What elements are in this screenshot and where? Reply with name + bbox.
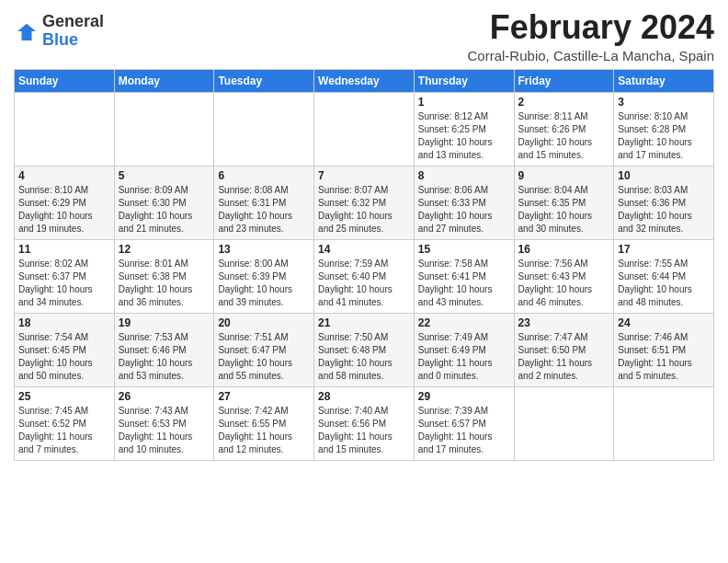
day-info: Sunrise: 8:06 AM Sunset: 6:33 PM Dayligh… bbox=[418, 184, 510, 236]
weekday-header-cell: Saturday bbox=[614, 69, 714, 92]
day-number: 1 bbox=[418, 96, 510, 109]
day-info: Sunrise: 7:50 AM Sunset: 6:48 PM Dayligh… bbox=[318, 331, 410, 383]
day-number: 6 bbox=[218, 169, 310, 182]
day-info: Sunrise: 8:04 AM Sunset: 6:35 PM Dayligh… bbox=[518, 184, 610, 236]
day-info: Sunrise: 8:11 AM Sunset: 6:26 PM Dayligh… bbox=[518, 110, 610, 162]
calendar-cell: 1Sunrise: 8:12 AM Sunset: 6:25 PM Daylig… bbox=[414, 92, 514, 166]
day-number: 5 bbox=[119, 169, 210, 182]
calendar-cell bbox=[314, 92, 415, 166]
calendar-cell: 15Sunrise: 7:58 AM Sunset: 6:41 PM Dayli… bbox=[414, 239, 514, 313]
day-info: Sunrise: 8:01 AM Sunset: 6:38 PM Dayligh… bbox=[119, 258, 210, 309]
weekday-header-cell: Friday bbox=[514, 69, 614, 92]
day-number: 3 bbox=[618, 96, 710, 109]
day-number: 10 bbox=[618, 169, 710, 182]
weekday-header-cell: Wednesday bbox=[314, 69, 415, 92]
day-info: Sunrise: 7:42 AM Sunset: 6:55 PM Dayligh… bbox=[218, 405, 310, 456]
calendar-cell: 14Sunrise: 7:59 AM Sunset: 6:40 PM Dayli… bbox=[314, 239, 415, 313]
calendar-cell: 16Sunrise: 7:56 AM Sunset: 6:43 PM Dayli… bbox=[514, 239, 614, 313]
day-info: Sunrise: 7:59 AM Sunset: 6:40 PM Dayligh… bbox=[318, 258, 410, 309]
day-number: 25 bbox=[18, 390, 110, 403]
day-number: 21 bbox=[318, 316, 410, 329]
day-info: Sunrise: 7:46 AM Sunset: 6:51 PM Dayligh… bbox=[618, 331, 710, 383]
day-number: 24 bbox=[618, 316, 710, 329]
calendar-cell: 12Sunrise: 8:01 AM Sunset: 6:38 PM Dayli… bbox=[114, 239, 214, 313]
calendar-cell bbox=[514, 386, 614, 460]
weekday-header-row: SundayMondayTuesdayWednesdayThursdayFrid… bbox=[15, 69, 714, 92]
day-info: Sunrise: 7:58 AM Sunset: 6:41 PM Dayligh… bbox=[418, 258, 510, 309]
calendar-cell: 20Sunrise: 7:51 AM Sunset: 6:47 PM Dayli… bbox=[214, 313, 314, 386]
day-number: 14 bbox=[318, 243, 410, 256]
day-number: 7 bbox=[318, 169, 410, 182]
calendar-cell bbox=[614, 386, 714, 460]
calendar-cell: 28Sunrise: 7:40 AM Sunset: 6:56 PM Dayli… bbox=[314, 386, 415, 460]
calendar-cell: 24Sunrise: 7:46 AM Sunset: 6:51 PM Dayli… bbox=[614, 313, 714, 386]
day-number: 23 bbox=[518, 316, 610, 329]
day-number: 17 bbox=[618, 243, 710, 256]
calendar-cell: 5Sunrise: 8:09 AM Sunset: 6:30 PM Daylig… bbox=[114, 166, 214, 239]
logo-blue-text: Blue bbox=[42, 31, 104, 50]
calendar-cell: 13Sunrise: 8:00 AM Sunset: 6:39 PM Dayli… bbox=[214, 239, 314, 313]
calendar-cell: 29Sunrise: 7:39 AM Sunset: 6:57 PM Dayli… bbox=[414, 386, 514, 460]
calendar-cell: 3Sunrise: 8:10 AM Sunset: 6:28 PM Daylig… bbox=[614, 92, 714, 166]
calendar-cell: 22Sunrise: 7:49 AM Sunset: 6:49 PM Dayli… bbox=[414, 313, 514, 386]
day-info: Sunrise: 8:10 AM Sunset: 6:29 PM Dayligh… bbox=[18, 184, 110, 236]
calendar-cell: 18Sunrise: 7:54 AM Sunset: 6:45 PM Dayli… bbox=[15, 313, 115, 386]
day-number: 19 bbox=[119, 316, 210, 329]
day-info: Sunrise: 7:55 AM Sunset: 6:44 PM Dayligh… bbox=[618, 258, 710, 309]
calendar-cell: 21Sunrise: 7:50 AM Sunset: 6:48 PM Dayli… bbox=[314, 313, 415, 386]
day-number: 27 bbox=[218, 390, 310, 403]
day-info: Sunrise: 7:53 AM Sunset: 6:46 PM Dayligh… bbox=[119, 331, 210, 383]
svg-marker-0 bbox=[17, 24, 36, 40]
day-info: Sunrise: 8:00 AM Sunset: 6:39 PM Dayligh… bbox=[218, 258, 310, 309]
day-info: Sunrise: 7:49 AM Sunset: 6:49 PM Dayligh… bbox=[418, 331, 510, 383]
calendar-cell: 17Sunrise: 7:55 AM Sunset: 6:44 PM Dayli… bbox=[614, 239, 714, 313]
month-title: February 2024 bbox=[468, 9, 714, 46]
calendar-cell: 25Sunrise: 7:45 AM Sunset: 6:52 PM Dayli… bbox=[15, 386, 115, 460]
day-info: Sunrise: 8:10 AM Sunset: 6:28 PM Dayligh… bbox=[618, 110, 710, 162]
calendar-cell: 2Sunrise: 8:11 AM Sunset: 6:26 PM Daylig… bbox=[514, 92, 614, 166]
calendar-week-row: 11Sunrise: 8:02 AM Sunset: 6:37 PM Dayli… bbox=[15, 239, 714, 313]
calendar-body: 1Sunrise: 8:12 AM Sunset: 6:25 PM Daylig… bbox=[15, 92, 714, 460]
day-number: 26 bbox=[119, 390, 210, 403]
day-info: Sunrise: 8:02 AM Sunset: 6:37 PM Dayligh… bbox=[18, 258, 110, 309]
header: General Blue February 2024 Corral-Rubio,… bbox=[14, 9, 714, 63]
day-number: 20 bbox=[218, 316, 310, 329]
day-info: Sunrise: 7:45 AM Sunset: 6:52 PM Dayligh… bbox=[18, 405, 110, 456]
day-info: Sunrise: 8:03 AM Sunset: 6:36 PM Dayligh… bbox=[618, 184, 710, 236]
day-number: 9 bbox=[518, 169, 610, 182]
day-number: 2 bbox=[518, 96, 610, 109]
day-info: Sunrise: 8:07 AM Sunset: 6:32 PM Dayligh… bbox=[318, 184, 410, 236]
weekday-header-cell: Sunday bbox=[15, 69, 115, 92]
day-number: 11 bbox=[18, 243, 110, 256]
day-info: Sunrise: 8:09 AM Sunset: 6:30 PM Dayligh… bbox=[119, 184, 210, 236]
calendar-cell: 23Sunrise: 7:47 AM Sunset: 6:50 PM Dayli… bbox=[514, 313, 614, 386]
weekday-header-cell: Monday bbox=[114, 69, 214, 92]
calendar-week-row: 18Sunrise: 7:54 AM Sunset: 6:45 PM Dayli… bbox=[15, 313, 714, 386]
logo-icon bbox=[17, 21, 37, 41]
day-info: Sunrise: 7:56 AM Sunset: 6:43 PM Dayligh… bbox=[518, 258, 610, 309]
logo: General Blue bbox=[14, 13, 104, 50]
calendar-week-row: 25Sunrise: 7:45 AM Sunset: 6:52 PM Dayli… bbox=[15, 386, 714, 460]
calendar-cell: 26Sunrise: 7:43 AM Sunset: 6:53 PM Dayli… bbox=[114, 386, 214, 460]
day-number: 4 bbox=[18, 169, 110, 182]
weekday-header-cell: Tuesday bbox=[214, 69, 314, 92]
day-info: Sunrise: 7:51 AM Sunset: 6:47 PM Dayligh… bbox=[218, 331, 310, 383]
day-info: Sunrise: 8:08 AM Sunset: 6:31 PM Dayligh… bbox=[218, 184, 310, 236]
calendar-cell: 19Sunrise: 7:53 AM Sunset: 6:46 PM Dayli… bbox=[114, 313, 214, 386]
logo-general-text: General bbox=[42, 13, 104, 31]
calendar: SundayMondayTuesdayWednesdayThursdayFrid… bbox=[14, 69, 714, 461]
day-number: 15 bbox=[418, 243, 510, 256]
day-number: 16 bbox=[518, 243, 610, 256]
calendar-week-row: 4Sunrise: 8:10 AM Sunset: 6:29 PM Daylig… bbox=[15, 166, 714, 239]
calendar-cell: 27Sunrise: 7:42 AM Sunset: 6:55 PM Dayli… bbox=[214, 386, 314, 460]
day-number: 12 bbox=[119, 243, 210, 256]
day-number: 29 bbox=[418, 390, 510, 403]
title-area: February 2024 Corral-Rubio, Castille-La … bbox=[468, 9, 714, 63]
day-info: Sunrise: 7:54 AM Sunset: 6:45 PM Dayligh… bbox=[18, 331, 110, 383]
day-number: 13 bbox=[218, 243, 310, 256]
calendar-cell: 8Sunrise: 8:06 AM Sunset: 6:33 PM Daylig… bbox=[414, 166, 514, 239]
day-info: Sunrise: 8:12 AM Sunset: 6:25 PM Dayligh… bbox=[418, 110, 510, 162]
day-info: Sunrise: 7:47 AM Sunset: 6:50 PM Dayligh… bbox=[518, 331, 610, 383]
calendar-cell: 6Sunrise: 8:08 AM Sunset: 6:31 PM Daylig… bbox=[214, 166, 314, 239]
calendar-cell bbox=[114, 92, 214, 166]
